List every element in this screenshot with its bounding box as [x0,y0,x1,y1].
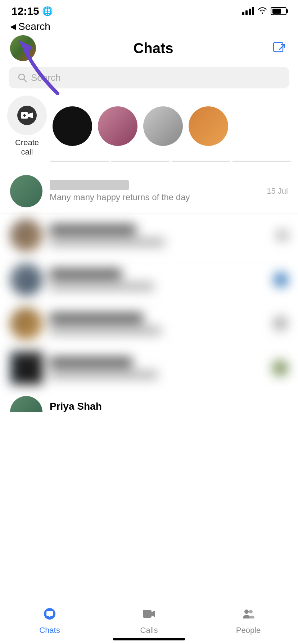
status-bar-4 [232,161,291,162]
back-label: Search [18,21,50,32]
status-icons: 75 [242,6,286,16]
contact-story-1[interactable] [53,106,92,146]
chat-preview-1: Many many happy returns of the day [50,192,259,202]
people-tab-icon [241,607,255,624]
chats-tab-label: Chats [39,626,60,635]
svg-point-8 [244,610,249,614]
wifi-icon [258,6,267,16]
header: Chats [0,35,298,67]
contact-story-3[interactable] [143,106,183,146]
chat-avatar-last [10,396,42,412]
create-call-item[interactable]: Createcall [7,96,47,157]
create-call-avatar [7,96,47,135]
chat-list: Many many happy returns of the day 15 Ju… [0,169,298,418]
search-bar[interactable]: Search [9,67,289,88]
contact-avatar-3 [143,106,183,146]
chat-item-5 [0,346,298,390]
story-status-bars [0,157,298,162]
tab-calls[interactable]: Calls [99,603,199,635]
contact-story-4[interactable] [189,106,228,146]
svg-point-9 [249,610,253,613]
status-bar-1 [50,161,109,162]
chat-item-3 [0,258,298,302]
search-placeholder: Search [31,72,60,83]
contact-avatar-2 [98,106,137,146]
create-call-label: Createcall [15,138,39,157]
chat-item-last[interactable]: Priya Shah [0,390,298,418]
status-bar-2 [111,161,170,162]
people-tab-label: People [236,626,261,635]
back-button[interactable]: ◀ Search [0,19,298,35]
contact-avatar-4 [189,106,228,146]
chat-item-1[interactable]: Many many happy returns of the day 15 Ju… [0,169,298,213]
status-time: 12:15 🌐 [12,5,53,17]
chat-name-1 [50,180,129,190]
home-indicator [113,638,185,640]
chat-name-last: Priya Shah [50,401,288,412]
search-icon [17,73,27,83]
chat-item-4 [0,302,298,346]
user-avatar[interactable] [10,35,36,61]
status-bar: 12:15 🌐 75 [0,0,298,19]
back-arrow-icon: ◀ [10,22,16,31]
contact-story-2[interactable] [98,106,137,146]
battery-icon: 75 [271,7,286,15]
chat-time-1: 15 Jul [267,187,288,196]
compose-button[interactable] [271,40,288,57]
search-bar-container: Search [0,67,298,96]
svg-rect-7 [143,610,152,618]
tab-chats[interactable]: Chats [0,603,99,635]
chat-info-1: Many many happy returns of the day [50,180,259,202]
status-bar-3 [172,161,230,162]
calls-tab-label: Calls [140,626,158,635]
video-plus-icon [17,106,37,125]
contact-avatar-1 [53,106,92,146]
chat-item-2: ██ [0,213,298,258]
chat-info-last: Priya Shah [50,401,288,412]
page-title: Chats [36,40,271,56]
stories-row: Createcall [0,96,298,157]
calls-tab-icon [142,607,156,624]
tab-bar: Chats Calls People [0,601,298,644]
chats-tab-icon [43,607,57,624]
tab-people[interactable]: People [199,603,298,635]
signal-bars-icon [242,7,254,15]
chat-avatar-1 [10,175,42,207]
globe-icon: 🌐 [42,6,53,16]
